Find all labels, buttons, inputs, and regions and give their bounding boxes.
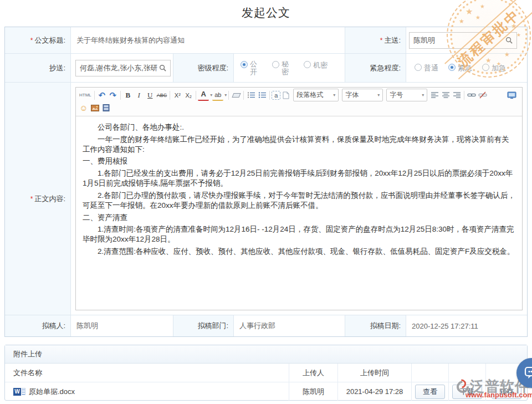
subscript-icon[interactable]: X₂ xyxy=(183,89,194,101)
radio-selected-icon xyxy=(448,64,456,71)
col-uploader: 上传人 xyxy=(289,364,338,382)
urgency-label: 紧急程度: xyxy=(345,54,406,83)
main-to-label: * 主送: xyxy=(345,27,406,54)
radio-secrecy-secret[interactable]: 秘密 xyxy=(272,60,289,75)
body-paragraph: 一年一度的财务年终结账工作已经开始，为了准确地提供会计核算资料，保质保量及时地完… xyxy=(83,135,515,155)
body-paragraph: 二、资产清查 xyxy=(83,213,515,223)
attachments-title: 附件上传 xyxy=(5,345,527,364)
attachments-panel: 附件上传 文件名称 上传人 上传时间 W 原始单据.docx 陈凯明 2021-… xyxy=(4,345,528,401)
col-file-name: 文件名称 xyxy=(5,364,289,382)
new-page-icon[interactable] xyxy=(280,89,291,101)
required-asterisk: * xyxy=(380,37,383,44)
radio-urgency-extra-urgent[interactable]: 加急 xyxy=(482,63,506,73)
unordered-list-icon[interactable] xyxy=(257,89,268,101)
draft-date-label: 拟稿日期: xyxy=(345,315,406,336)
align-center-icon[interactable] xyxy=(440,89,451,101)
cc-cell: 何磊,谢伟龙,张小东,张研 xyxy=(71,54,173,83)
align-right-icon[interactable] xyxy=(451,89,462,101)
search-icon[interactable] xyxy=(505,37,513,44)
align-left-icon[interactable] xyxy=(429,89,440,101)
superscript-icon[interactable]: X² xyxy=(172,89,183,101)
eraser-icon[interactable] xyxy=(231,89,242,101)
page: 发起公文 * 公文标题: 关于年终结账财务核算的内容通知 * 主送: 陈凯明 抄… xyxy=(0,0,532,404)
body-paragraph: 一、费用核报 xyxy=(83,156,515,166)
main-to-input[interactable]: 陈凯明 xyxy=(409,32,517,49)
attachments-table: 文件名称 上传人 上传时间 W 原始单据.docx 陈凯明 2021-04-29… xyxy=(5,364,527,401)
redo-icon[interactable]: ↷ xyxy=(108,89,119,101)
file-name-cell: W 原始单据.docx xyxy=(5,382,289,401)
emoticon-icon[interactable]: ☺ xyxy=(78,102,89,114)
download-button[interactable]: 下载 xyxy=(452,385,482,399)
radio-icon xyxy=(304,61,311,68)
col-action-1 xyxy=(412,364,449,382)
required-asterisk: * xyxy=(30,37,33,44)
font-family-select[interactable]: 字体▾ xyxy=(342,89,383,101)
document-form: * 公文标题: 关于年终结账财务核算的内容通知 * 主送: 陈凯明 抄送: 何磊… xyxy=(4,27,528,337)
draft-dept-value: 人事行政部 xyxy=(234,315,345,336)
draft-date-value: 2020-12-25 17:27:11 xyxy=(406,315,527,336)
cc-input[interactable]: 何磊,谢伟龙,张小东,张研 xyxy=(75,60,171,76)
col-upload-time: 上传时间 xyxy=(338,364,412,382)
editor-body[interactable]: 公司各部门、各地办事处:. 一年一度的财务年终结账工作已经开始，为了准确地提供会… xyxy=(76,116,522,310)
drafter-value: 陈凯明 xyxy=(71,315,173,336)
source-code-button[interactable]: HTML xyxy=(78,89,93,101)
ordered-list-icon[interactable] xyxy=(245,89,257,101)
body-paragraph: 2.清查范围:各种应收、应付、预收、预付、其他应收、其他应付款项、现金、银行存款… xyxy=(83,247,515,257)
secrecy-label: 密级程度: xyxy=(173,54,234,83)
cc-label: 抄送: xyxy=(5,54,71,83)
page-title: 发起公文 xyxy=(0,5,532,21)
doc-title-value[interactable]: 关于年终结账财务核算的内容通知 xyxy=(71,27,345,54)
link-icon[interactable] xyxy=(466,89,477,101)
draft-dept-label: 拟稿部门: xyxy=(173,315,234,336)
radio-urgency-urgent[interactable]: 紧急 xyxy=(448,63,472,73)
highlight-icon[interactable]: ab xyxy=(212,89,223,101)
italic-icon[interactable]: I xyxy=(134,89,145,101)
radio-urgency-normal[interactable]: 普通 xyxy=(415,63,438,73)
radio-icon xyxy=(415,64,422,71)
bold-icon[interactable]: B xyxy=(122,89,134,101)
view-button[interactable]: 查看 xyxy=(415,385,445,399)
word-file-icon: W xyxy=(13,388,25,396)
anchor-icon[interactable]: a xyxy=(272,91,280,100)
body-paragraph: 公司各部门、各地办事处:. xyxy=(83,122,515,132)
uploader-cell: 陈凯明 xyxy=(289,382,338,401)
font-color-icon[interactable]: A xyxy=(198,89,209,101)
undo-icon[interactable]: ↶ xyxy=(96,89,108,101)
radio-secrecy-confidential[interactable]: 机密 xyxy=(304,60,328,70)
radio-secrecy-public[interactable]: 公开 xyxy=(241,60,258,75)
editor-toolbar: HTML ↶ ↷ B I U ABC X² X₂ A▾ xyxy=(76,88,522,116)
rich-text-editor: HTML ↶ ↷ B I U ABC X² X₂ A▾ xyxy=(71,83,527,315)
doc-title-label: * 公文标题: xyxy=(5,27,71,54)
radio-icon xyxy=(482,64,489,71)
unlink-icon[interactable] xyxy=(477,89,488,101)
paragraph-format-select[interactable]: 段落格式▾ xyxy=(293,89,339,101)
body-paragraph: 1.清查时间:各项资产的清查准备时间为12月16日- -12月24日，存货、固定… xyxy=(83,224,515,244)
chat-bubble-icon xyxy=(524,366,532,380)
main-to-cell: 陈凯明 xyxy=(406,27,527,54)
radio-icon xyxy=(272,61,279,68)
body-paragraph: 1.各部门已经发生的支出费用，请务必于12月25日前完善报销手续后到财务部报销，… xyxy=(83,168,515,188)
search-icon[interactable] xyxy=(159,64,166,71)
required-asterisk: * xyxy=(30,195,33,203)
insert-image-icon[interactable] xyxy=(89,102,100,114)
file-name: 原始单据.docx xyxy=(29,387,75,397)
body-label: * 正文内容: xyxy=(5,83,71,315)
upload-time-cell: 2021-04-29 17:28 xyxy=(338,382,412,401)
underline-icon[interactable]: U xyxy=(145,89,156,101)
secrecy-options: 公开 秘密 机密 xyxy=(234,54,345,83)
drafter-label: 拟稿人: xyxy=(5,315,71,336)
insert-video-icon[interactable] xyxy=(100,102,111,114)
save-as-button[interactable]: 转存 xyxy=(492,385,521,399)
strikethrough-icon[interactable]: ABC xyxy=(156,89,168,101)
body-paragraph: 2.各部门已办理的预付款项，请尽快办理报账手续，对于今年暂时无法结清的预付款，应… xyxy=(83,191,515,211)
urgency-options: 普通 紧急 加急 xyxy=(406,54,527,83)
radio-selected-icon xyxy=(241,61,248,68)
fullscreen-icon[interactable] xyxy=(506,89,518,101)
col-action-2 xyxy=(449,364,486,382)
font-size-select[interactable]: 字号▾ xyxy=(386,89,427,101)
